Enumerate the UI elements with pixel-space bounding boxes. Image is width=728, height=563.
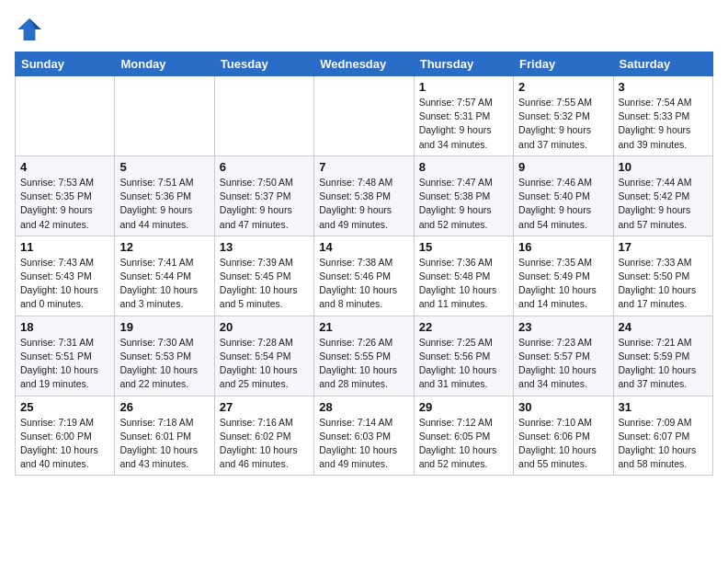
day-number: 15: [419, 240, 508, 254]
day-info: Sunrise: 7:39 AM Sunset: 5:45 PM Dayligh…: [220, 256, 309, 312]
weekday-header-monday: Monday: [115, 52, 214, 76]
calendar-cell: 21Sunrise: 7:26 AM Sunset: 5:55 PM Dayli…: [314, 316, 414, 396]
calendar-cell: 3Sunrise: 7:54 AM Sunset: 5:33 PM Daylig…: [613, 76, 712, 156]
calendar-cell: 10Sunrise: 7:44 AM Sunset: 5:42 PM Dayli…: [613, 155, 712, 236]
week-row-2: 4Sunrise: 7:53 AM Sunset: 5:35 PM Daylig…: [16, 155, 713, 236]
calendar-cell: 16Sunrise: 7:35 AM Sunset: 5:49 PM Dayli…: [514, 236, 613, 316]
day-number: 27: [220, 400, 309, 414]
calendar-cell: [214, 76, 313, 156]
calendar-cell: 25Sunrise: 7:19 AM Sunset: 6:00 PM Dayli…: [16, 396, 115, 476]
day-info: Sunrise: 7:36 AM Sunset: 5:48 PM Dayligh…: [419, 256, 508, 312]
day-number: 17: [619, 240, 708, 254]
day-info: Sunrise: 7:43 AM Sunset: 5:43 PM Dayligh…: [20, 256, 109, 312]
day-number: 3: [619, 80, 708, 94]
calendar-cell: 11Sunrise: 7:43 AM Sunset: 5:43 PM Dayli…: [16, 236, 115, 316]
calendar-cell: 24Sunrise: 7:21 AM Sunset: 5:59 PM Dayli…: [613, 316, 712, 396]
day-info: Sunrise: 7:44 AM Sunset: 5:42 PM Dayligh…: [619, 176, 708, 232]
weekday-header-tuesday: Tuesday: [214, 52, 313, 76]
day-info: Sunrise: 7:10 AM Sunset: 6:06 PM Dayligh…: [518, 416, 608, 472]
day-info: Sunrise: 7:51 AM Sunset: 5:36 PM Dayligh…: [119, 176, 209, 232]
calendar-cell: 29Sunrise: 7:12 AM Sunset: 6:05 PM Dayli…: [414, 396, 513, 476]
day-info: Sunrise: 7:55 AM Sunset: 5:32 PM Dayligh…: [518, 96, 608, 152]
calendar-cell: 31Sunrise: 7:09 AM Sunset: 6:07 PM Dayli…: [613, 396, 712, 476]
day-number: 5: [119, 160, 209, 174]
calendar-cell: 27Sunrise: 7:16 AM Sunset: 6:02 PM Dayli…: [214, 396, 313, 476]
calendar-cell: 2Sunrise: 7:55 AM Sunset: 5:32 PM Daylig…: [514, 76, 613, 156]
weekday-header-thursday: Thursday: [414, 52, 513, 76]
page-header: [15, 15, 713, 44]
day-number: 12: [119, 240, 209, 254]
day-info: Sunrise: 7:21 AM Sunset: 5:59 PM Dayligh…: [619, 336, 708, 392]
week-row-1: 1Sunrise: 7:57 AM Sunset: 5:31 PM Daylig…: [16, 76, 713, 156]
day-info: Sunrise: 7:33 AM Sunset: 5:50 PM Dayligh…: [619, 256, 708, 312]
day-number: 11: [20, 240, 109, 254]
day-info: Sunrise: 7:09 AM Sunset: 6:07 PM Dayligh…: [619, 416, 708, 472]
day-number: 24: [619, 320, 708, 334]
day-number: 23: [518, 320, 608, 334]
calendar-cell: [115, 76, 214, 156]
logo: [15, 15, 48, 44]
day-info: Sunrise: 7:16 AM Sunset: 6:02 PM Dayligh…: [220, 416, 309, 472]
day-info: Sunrise: 7:41 AM Sunset: 5:44 PM Dayligh…: [119, 256, 209, 312]
calendar-cell: 30Sunrise: 7:10 AM Sunset: 6:06 PM Dayli…: [514, 396, 613, 476]
logo-bird-icon: [15, 15, 44, 44]
day-info: Sunrise: 7:48 AM Sunset: 5:38 PM Dayligh…: [319, 176, 408, 232]
calendar-cell: 18Sunrise: 7:31 AM Sunset: 5:51 PM Dayli…: [16, 316, 115, 396]
calendar-cell: 22Sunrise: 7:25 AM Sunset: 5:56 PM Dayli…: [414, 316, 513, 396]
day-number: 7: [319, 160, 408, 174]
weekday-header-wednesday: Wednesday: [314, 52, 414, 76]
calendar-cell: 26Sunrise: 7:18 AM Sunset: 6:01 PM Dayli…: [115, 396, 214, 476]
day-info: Sunrise: 7:12 AM Sunset: 6:05 PM Dayligh…: [419, 416, 508, 472]
calendar-cell: 7Sunrise: 7:48 AM Sunset: 5:38 PM Daylig…: [314, 155, 414, 236]
day-info: Sunrise: 7:38 AM Sunset: 5:46 PM Dayligh…: [319, 256, 408, 312]
day-number: 26: [119, 400, 209, 414]
calendar-cell: 8Sunrise: 7:47 AM Sunset: 5:38 PM Daylig…: [414, 155, 513, 236]
calendar-cell: 4Sunrise: 7:53 AM Sunset: 5:35 PM Daylig…: [16, 155, 115, 236]
calendar-table: SundayMondayTuesdayWednesdayThursdayFrid…: [15, 52, 713, 476]
day-info: Sunrise: 7:30 AM Sunset: 5:53 PM Dayligh…: [119, 336, 209, 392]
day-info: Sunrise: 7:26 AM Sunset: 5:55 PM Dayligh…: [319, 336, 408, 392]
calendar-cell: [314, 76, 414, 156]
day-info: Sunrise: 7:25 AM Sunset: 5:56 PM Dayligh…: [419, 336, 508, 392]
day-info: Sunrise: 7:18 AM Sunset: 6:01 PM Dayligh…: [119, 416, 209, 472]
day-info: Sunrise: 7:57 AM Sunset: 5:31 PM Dayligh…: [419, 96, 508, 152]
weekday-header-saturday: Saturday: [613, 52, 712, 76]
calendar-cell: 19Sunrise: 7:30 AM Sunset: 5:53 PM Dayli…: [115, 316, 214, 396]
day-info: Sunrise: 7:54 AM Sunset: 5:33 PM Dayligh…: [619, 96, 708, 152]
day-number: 21: [319, 320, 408, 334]
day-info: Sunrise: 7:14 AM Sunset: 6:03 PM Dayligh…: [319, 416, 408, 472]
calendar-cell: 1Sunrise: 7:57 AM Sunset: 5:31 PM Daylig…: [414, 76, 513, 156]
calendar-cell: [16, 76, 115, 156]
day-number: 6: [220, 160, 309, 174]
day-info: Sunrise: 7:19 AM Sunset: 6:00 PM Dayligh…: [20, 416, 109, 472]
calendar-cell: 17Sunrise: 7:33 AM Sunset: 5:50 PM Dayli…: [613, 236, 712, 316]
weekday-header-sunday: Sunday: [16, 52, 115, 76]
day-number: 20: [220, 320, 309, 334]
day-info: Sunrise: 7:31 AM Sunset: 5:51 PM Dayligh…: [20, 336, 109, 392]
day-number: 19: [119, 320, 209, 334]
calendar-cell: 13Sunrise: 7:39 AM Sunset: 5:45 PM Dayli…: [214, 236, 313, 316]
week-row-5: 25Sunrise: 7:19 AM Sunset: 6:00 PM Dayli…: [16, 396, 713, 476]
day-number: 1: [419, 80, 508, 94]
day-number: 22: [419, 320, 508, 334]
calendar-cell: 14Sunrise: 7:38 AM Sunset: 5:46 PM Dayli…: [314, 236, 414, 316]
day-number: 28: [319, 400, 408, 414]
calendar-cell: 5Sunrise: 7:51 AM Sunset: 5:36 PM Daylig…: [115, 155, 214, 236]
day-number: 10: [619, 160, 708, 174]
weekday-header-row: SundayMondayTuesdayWednesdayThursdayFrid…: [16, 52, 713, 76]
day-number: 30: [518, 400, 608, 414]
day-info: Sunrise: 7:50 AM Sunset: 5:37 PM Dayligh…: [220, 176, 309, 232]
day-info: Sunrise: 7:46 AM Sunset: 5:40 PM Dayligh…: [518, 176, 608, 232]
calendar-cell: 23Sunrise: 7:23 AM Sunset: 5:57 PM Dayli…: [514, 316, 613, 396]
calendar-cell: 20Sunrise: 7:28 AM Sunset: 5:54 PM Dayli…: [214, 316, 313, 396]
day-info: Sunrise: 7:35 AM Sunset: 5:49 PM Dayligh…: [518, 256, 608, 312]
day-number: 2: [518, 80, 608, 94]
day-number: 16: [518, 240, 608, 254]
day-number: 31: [619, 400, 708, 414]
day-number: 8: [419, 160, 508, 174]
day-number: 14: [319, 240, 408, 254]
day-info: Sunrise: 7:23 AM Sunset: 5:57 PM Dayligh…: [518, 336, 608, 392]
day-info: Sunrise: 7:53 AM Sunset: 5:35 PM Dayligh…: [20, 176, 109, 232]
calendar-cell: 6Sunrise: 7:50 AM Sunset: 5:37 PM Daylig…: [214, 155, 313, 236]
calendar-cell: 28Sunrise: 7:14 AM Sunset: 6:03 PM Dayli…: [314, 396, 414, 476]
